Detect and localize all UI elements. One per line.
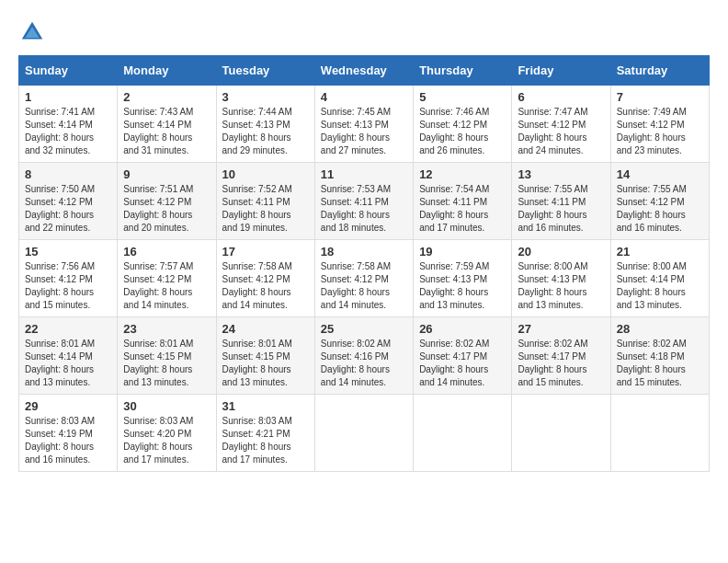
calendar-cell: 30 Sunrise: 8:03 AM Sunset: 4:20 PM Dayl… xyxy=(118,395,216,472)
calendar-cell: 9 Sunrise: 7:51 AM Sunset: 4:12 PM Dayli… xyxy=(118,163,216,240)
day-info: Sunrise: 7:41 AM Sunset: 4:14 PM Dayligh… xyxy=(25,106,111,157)
logo-icon xyxy=(18,18,46,46)
day-info: Sunrise: 8:02 AM Sunset: 4:16 PM Dayligh… xyxy=(321,338,407,389)
header-thursday: Thursday xyxy=(414,56,512,86)
day-info: Sunrise: 7:51 AM Sunset: 4:12 PM Dayligh… xyxy=(123,183,210,235)
day-info: Sunrise: 7:57 AM Sunset: 4:12 PM Dayligh… xyxy=(123,260,210,312)
calendar-cell: 11 Sunrise: 7:53 AM Sunset: 4:11 PM Dayl… xyxy=(314,163,413,240)
day-number: 2 xyxy=(123,90,210,104)
calendar-cell: 28 Sunrise: 8:02 AM Sunset: 4:18 PM Dayl… xyxy=(610,317,709,395)
calendar-cell: 6 Sunrise: 7:47 AM Sunset: 4:12 PM Dayli… xyxy=(512,86,610,163)
week-row-3: 15 Sunrise: 7:56 AM Sunset: 4:12 PM Dayl… xyxy=(19,240,710,317)
week-row-5: 29 Sunrise: 8:03 AM Sunset: 4:19 PM Dayl… xyxy=(19,395,710,472)
week-row-2: 8 Sunrise: 7:50 AM Sunset: 4:12 PM Dayli… xyxy=(19,163,710,240)
calendar-cell: 19 Sunrise: 7:59 AM Sunset: 4:13 PM Dayl… xyxy=(414,240,512,317)
day-info: Sunrise: 8:03 AM Sunset: 4:20 PM Dayligh… xyxy=(123,415,210,466)
week-row-4: 22 Sunrise: 8:01 AM Sunset: 4:14 PM Dayl… xyxy=(19,317,710,395)
calendar-cell: 18 Sunrise: 7:58 AM Sunset: 4:12 PM Dayl… xyxy=(314,240,413,317)
calendar-cell: 7 Sunrise: 7:49 AM Sunset: 4:12 PM Dayli… xyxy=(610,86,709,163)
day-info: Sunrise: 8:01 AM Sunset: 4:14 PM Dayligh… xyxy=(25,338,111,389)
day-number: 16 xyxy=(123,245,210,259)
header-monday: Monday xyxy=(118,56,216,86)
day-info: Sunrise: 7:53 AM Sunset: 4:11 PM Dayligh… xyxy=(321,183,407,235)
calendar-cell xyxy=(610,395,709,472)
calendar-cell: 10 Sunrise: 7:52 AM Sunset: 4:11 PM Dayl… xyxy=(216,163,314,240)
day-number: 6 xyxy=(518,90,604,104)
logo xyxy=(18,18,50,46)
calendar-cell: 17 Sunrise: 7:58 AM Sunset: 4:12 PM Dayl… xyxy=(216,240,314,317)
day-number: 20 xyxy=(518,245,604,259)
day-info: Sunrise: 8:01 AM Sunset: 4:15 PM Dayligh… xyxy=(123,338,210,389)
calendar-cell: 2 Sunrise: 7:43 AM Sunset: 4:14 PM Dayli… xyxy=(118,86,216,163)
header-row: SundayMondayTuesdayWednesdayThursdayFrid… xyxy=(19,56,710,86)
day-info: Sunrise: 8:02 AM Sunset: 4:17 PM Dayligh… xyxy=(518,338,604,389)
day-number: 18 xyxy=(321,245,407,259)
day-number: 14 xyxy=(617,167,703,181)
day-number: 5 xyxy=(419,90,506,104)
calendar-cell: 5 Sunrise: 7:46 AM Sunset: 4:12 PM Dayli… xyxy=(414,86,512,163)
day-info: Sunrise: 8:00 AM Sunset: 4:13 PM Dayligh… xyxy=(518,260,604,312)
header-wednesday: Wednesday xyxy=(314,56,413,86)
day-info: Sunrise: 7:46 AM Sunset: 4:12 PM Dayligh… xyxy=(419,106,506,157)
calendar-cell: 27 Sunrise: 8:02 AM Sunset: 4:17 PM Dayl… xyxy=(512,317,610,395)
day-number: 22 xyxy=(25,322,111,336)
day-number: 19 xyxy=(419,245,506,259)
calendar-cell: 23 Sunrise: 8:01 AM Sunset: 4:15 PM Dayl… xyxy=(118,317,216,395)
calendar-cell: 24 Sunrise: 8:01 AM Sunset: 4:15 PM Dayl… xyxy=(216,317,314,395)
calendar-cell: 15 Sunrise: 7:56 AM Sunset: 4:12 PM Dayl… xyxy=(19,240,118,317)
day-info: Sunrise: 8:01 AM Sunset: 4:15 PM Dayligh… xyxy=(222,338,309,389)
day-number: 25 xyxy=(321,322,407,336)
calendar-cell: 21 Sunrise: 8:00 AM Sunset: 4:14 PM Dayl… xyxy=(610,240,709,317)
day-info: Sunrise: 7:55 AM Sunset: 4:11 PM Dayligh… xyxy=(518,183,604,235)
day-number: 24 xyxy=(222,322,309,336)
day-info: Sunrise: 7:50 AM Sunset: 4:12 PM Dayligh… xyxy=(25,183,111,235)
calendar-cell: 16 Sunrise: 7:57 AM Sunset: 4:12 PM Dayl… xyxy=(118,240,216,317)
day-info: Sunrise: 7:45 AM Sunset: 4:13 PM Dayligh… xyxy=(321,106,407,157)
calendar-cell: 14 Sunrise: 7:55 AM Sunset: 4:12 PM Dayl… xyxy=(610,163,709,240)
day-info: Sunrise: 7:54 AM Sunset: 4:11 PM Dayligh… xyxy=(419,183,506,235)
day-info: Sunrise: 7:58 AM Sunset: 4:12 PM Dayligh… xyxy=(222,260,309,312)
day-number: 10 xyxy=(222,167,309,181)
day-info: Sunrise: 7:58 AM Sunset: 4:12 PM Dayligh… xyxy=(321,260,407,312)
calendar-cell xyxy=(512,395,610,472)
day-number: 15 xyxy=(25,245,111,259)
calendar-cell: 12 Sunrise: 7:54 AM Sunset: 4:11 PM Dayl… xyxy=(414,163,512,240)
day-number: 4 xyxy=(321,90,407,104)
day-number: 28 xyxy=(617,322,703,336)
day-number: 7 xyxy=(617,90,703,104)
header-tuesday: Tuesday xyxy=(216,56,314,86)
calendar-cell: 13 Sunrise: 7:55 AM Sunset: 4:11 PM Dayl… xyxy=(512,163,610,240)
day-info: Sunrise: 7:59 AM Sunset: 4:13 PM Dayligh… xyxy=(419,260,506,312)
header-sunday: Sunday xyxy=(19,56,118,86)
day-info: Sunrise: 8:03 AM Sunset: 4:21 PM Dayligh… xyxy=(222,415,309,466)
day-info: Sunrise: 8:03 AM Sunset: 4:19 PM Dayligh… xyxy=(25,415,111,466)
calendar-cell: 26 Sunrise: 8:02 AM Sunset: 4:17 PM Dayl… xyxy=(414,317,512,395)
day-number: 27 xyxy=(518,322,604,336)
day-info: Sunrise: 7:52 AM Sunset: 4:11 PM Dayligh… xyxy=(222,183,309,235)
day-number: 9 xyxy=(123,167,210,181)
day-info: Sunrise: 8:02 AM Sunset: 4:17 PM Dayligh… xyxy=(419,338,506,389)
day-info: Sunrise: 7:43 AM Sunset: 4:14 PM Dayligh… xyxy=(123,106,210,157)
calendar-cell xyxy=(314,395,413,472)
calendar-cell: 3 Sunrise: 7:44 AM Sunset: 4:13 PM Dayli… xyxy=(216,86,314,163)
day-number: 30 xyxy=(123,399,210,413)
header-saturday: Saturday xyxy=(610,56,709,86)
calendar-cell: 20 Sunrise: 8:00 AM Sunset: 4:13 PM Dayl… xyxy=(512,240,610,317)
day-number: 29 xyxy=(25,399,111,413)
day-number: 12 xyxy=(419,167,506,181)
day-info: Sunrise: 7:47 AM Sunset: 4:12 PM Dayligh… xyxy=(518,106,604,157)
header-friday: Friday xyxy=(512,56,610,86)
calendar-cell: 29 Sunrise: 8:03 AM Sunset: 4:19 PM Dayl… xyxy=(19,395,118,472)
day-info: Sunrise: 7:44 AM Sunset: 4:13 PM Dayligh… xyxy=(222,106,309,157)
day-number: 3 xyxy=(222,90,309,104)
calendar-cell xyxy=(414,395,512,472)
day-number: 1 xyxy=(25,90,111,104)
day-number: 8 xyxy=(25,167,111,181)
day-number: 13 xyxy=(518,167,604,181)
day-number: 21 xyxy=(617,245,703,259)
day-info: Sunrise: 7:49 AM Sunset: 4:12 PM Dayligh… xyxy=(617,106,703,157)
calendar-cell: 4 Sunrise: 7:45 AM Sunset: 4:13 PM Dayli… xyxy=(314,86,413,163)
day-number: 11 xyxy=(321,167,407,181)
week-row-1: 1 Sunrise: 7:41 AM Sunset: 4:14 PM Dayli… xyxy=(19,86,710,163)
calendar-cell: 31 Sunrise: 8:03 AM Sunset: 4:21 PM Dayl… xyxy=(216,395,314,472)
